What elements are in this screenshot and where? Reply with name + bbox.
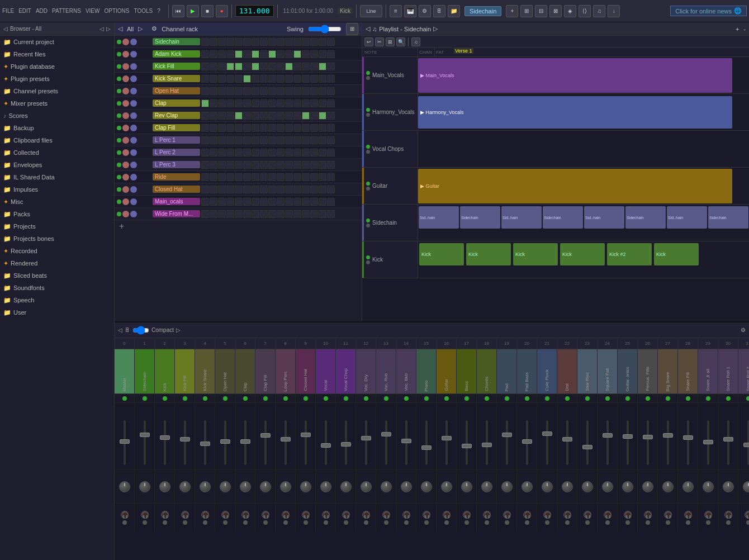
pad-11-14[interactable] — [310, 161, 318, 169]
pad-2-12[interactable] — [293, 50, 301, 58]
sidebar-nav-next[interactable]: ▷ — [106, 26, 111, 32]
pad-3-6[interactable] — [243, 63, 251, 70]
send-active-dot[interactable] — [464, 396, 469, 401]
pad-13-8[interactable] — [260, 186, 268, 193]
pad-14-14[interactable] — [310, 198, 318, 206]
pad-2-15[interactable] — [319, 50, 326, 58]
eq-knob-10[interactable] — [320, 481, 331, 492]
pad-13-13[interactable] — [302, 186, 310, 193]
pad-10-8[interactable] — [260, 149, 268, 156]
eq-knob-6[interactable] — [240, 481, 251, 492]
pad-1-1[interactable] — [201, 38, 209, 46]
menu-file[interactable]: FILE — [2, 8, 14, 14]
pad-15-11[interactable] — [285, 210, 293, 218]
bottom-dot-10[interactable] — [324, 520, 328, 525]
bottom-dot-15[interactable] — [424, 520, 429, 525]
pad-12-1[interactable] — [201, 173, 209, 181]
pad-6-9[interactable] — [268, 99, 276, 107]
pad-14-1[interactable] — [201, 198, 209, 206]
eq-knob-27[interactable] — [662, 481, 674, 492]
send-dot-21[interactable] — [537, 394, 557, 402]
pad-5-10[interactable] — [277, 87, 285, 95]
tool2[interactable]: ⊟ — [535, 5, 547, 17]
sidebar-item-misc[interactable]: ✦Misc — [0, 196, 114, 208]
fader-knob[interactable] — [643, 435, 653, 439]
fader-knob[interactable] — [562, 437, 572, 442]
track-active-dot[interactable] — [366, 108, 370, 112]
add-channel-button[interactable]: + — [115, 220, 362, 232]
mixer-channel-label-20[interactable]: Pad Bass — [517, 349, 537, 393]
kick-block-4[interactable]: Kick #2 — [607, 243, 652, 265]
pad-12-4[interactable] — [226, 173, 234, 181]
kick-block-2[interactable]: Kick — [513, 243, 558, 265]
pad-15-2[interactable] — [210, 210, 217, 218]
pad-14-13[interactable] — [302, 198, 310, 206]
pad-3-12[interactable] — [293, 63, 301, 70]
eq-knob-30[interactable] — [723, 481, 734, 492]
pad-2-3[interactable] — [218, 50, 226, 58]
pad-3-4[interactable] — [226, 63, 234, 70]
pad-9-4[interactable] — [226, 136, 234, 144]
pad-10-10[interactable] — [277, 149, 285, 156]
pad-8-5[interactable] — [235, 124, 243, 132]
ch-mute-btn[interactable] — [122, 88, 129, 94]
mixer-channel-label-31[interactable]: Snare Roll 2 — [738, 349, 749, 393]
pad-7-15[interactable] — [319, 112, 326, 120]
headphone-icon-1[interactable]: 🎧 — [141, 511, 149, 519]
ch-active-dot[interactable] — [117, 113, 121, 118]
pad-11-3[interactable] — [218, 161, 226, 169]
headphone-icon-23[interactable]: 🎧 — [584, 511, 591, 519]
bottom-dot-4[interactable] — [203, 520, 207, 525]
send-active-dot[interactable] — [384, 396, 388, 401]
fader-knob[interactable] — [542, 431, 552, 436]
pad-3-2[interactable] — [210, 63, 217, 70]
browser-icon[interactable]: 📁 — [448, 5, 460, 17]
send-dot-9[interactable] — [296, 394, 316, 402]
mixer-channel-label-27[interactable]: Big Snare — [658, 349, 678, 393]
channel-rack-icon[interactable]: ⚙ — [419, 5, 431, 17]
send-dot-10[interactable] — [316, 394, 336, 402]
pad-6-2[interactable] — [210, 99, 217, 107]
channel-name[interactable]: Open Hat — [153, 87, 200, 94]
pad-14-7[interactable] — [252, 198, 259, 206]
mixer-channel-label-9[interactable]: Closed Hat — [296, 349, 316, 393]
bottom-dot-24[interactable] — [605, 520, 610, 525]
sidebar-item-scores[interactable]: ♪Scores — [0, 110, 114, 122]
prev-pattern[interactable]: ◁ — [118, 25, 122, 32]
sidechain-add[interactable]: + — [506, 5, 518, 17]
pad-11-15[interactable] — [319, 161, 326, 169]
track-mute-dot[interactable] — [366, 260, 370, 264]
pad-8-16[interactable] — [327, 124, 335, 132]
pad-6-14[interactable] — [310, 99, 318, 107]
sidebar-item-soundfonts[interactable]: 📁Soundfonts — [0, 282, 114, 294]
pad-4-3[interactable] — [218, 75, 226, 83]
ch-solo-btn[interactable] — [130, 125, 137, 131]
swing-slider[interactable] — [308, 26, 342, 32]
pad-6-6[interactable] — [243, 99, 251, 107]
pad-9-1[interactable] — [201, 136, 209, 144]
mixer-channel-label-14[interactable]: Voc. Bkb — [396, 349, 416, 393]
ch-solo-btn[interactable] — [130, 51, 137, 58]
fader-knob[interactable] — [200, 442, 210, 446]
send-active-dot[interactable] — [122, 396, 127, 401]
mixer-channel-label-21[interactable]: Cute Pluck — [537, 349, 557, 393]
fader-knob[interactable] — [703, 440, 713, 444]
ch-active-dot[interactable] — [117, 175, 121, 179]
fader-knob[interactable] — [260, 433, 271, 438]
mixer-channel-label-18[interactable]: Chords — [477, 349, 497, 393]
track-content[interactable]: KickKickKickKickKick #2Kick — [418, 241, 749, 278]
pad-1-14[interactable] — [310, 38, 318, 46]
pad-11-13[interactable] — [302, 161, 310, 169]
pad-5-14[interactable] — [310, 87, 318, 95]
pad-13-14[interactable] — [310, 186, 318, 193]
pad-9-6[interactable] — [243, 136, 251, 144]
headphone-icon-27[interactable]: 🎧 — [664, 511, 672, 519]
pad-11-12[interactable] — [293, 161, 301, 169]
send-dot-5[interactable] — [215, 394, 235, 402]
mixer-channel-label-11[interactable]: Vocal Chop — [336, 349, 356, 393]
ch-mute-btn[interactable] — [122, 51, 129, 58]
bottom-dot-30[interactable] — [726, 520, 731, 525]
send-dot-26[interactable] — [638, 394, 658, 402]
eq-knob-13[interactable] — [381, 481, 392, 492]
pad-4-4[interactable] — [226, 75, 234, 83]
